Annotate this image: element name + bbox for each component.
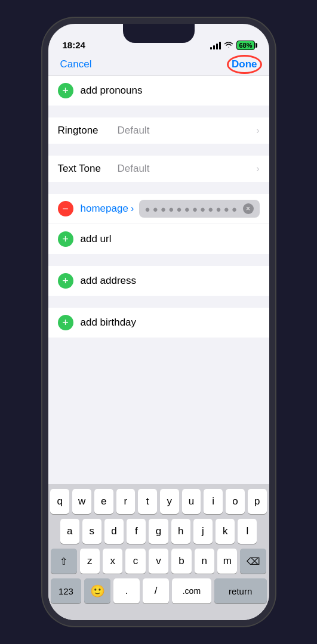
homepage-chevron-icon: › <box>131 203 134 215</box>
key-h[interactable]: h <box>171 519 190 544</box>
key-k[interactable]: k <box>216 519 235 544</box>
status-icons: 68% <box>210 41 254 50</box>
dotcom-key[interactable]: .com <box>172 578 211 603</box>
add-url-row[interactable]: + add url <box>48 224 269 254</box>
homepage-row[interactable]: − homepage › ● ● ● ● ● ● ● ● ● ● ● ● × <box>48 194 269 224</box>
key-s[interactable]: s <box>82 519 101 544</box>
content-area: + add pronouns Ringtone Default › Text T… <box>48 76 269 626</box>
url-value[interactable]: ● ● ● ● ● ● ● ● ● ● ● ● <box>145 204 239 214</box>
key-r[interactable]: r <box>116 489 136 514</box>
homepage-field-label[interactable]: homepage <box>81 203 128 215</box>
key-t[interactable]: t <box>138 489 157 514</box>
add-pronouns-plus-icon[interactable]: + <box>58 83 73 98</box>
done-button[interactable]: Done <box>232 58 257 70</box>
done-button-wrapper[interactable]: Done <box>232 58 257 70</box>
emoji-key[interactable]: 🙂 <box>84 578 110 603</box>
keyboard-row-2: a s d f g h j k l <box>51 519 267 544</box>
period-key[interactable]: . <box>113 578 140 603</box>
battery-icon: 68% <box>236 41 254 50</box>
gap-5 <box>48 296 269 308</box>
key-q[interactable]: q <box>50 489 69 514</box>
add-birthday-row[interactable]: + add birthday <box>48 308 269 338</box>
add-address-plus-icon[interactable]: + <box>58 273 73 289</box>
notch <box>123 24 195 43</box>
key-n[interactable]: n <box>195 549 214 574</box>
key-u[interactable]: u <box>182 489 201 514</box>
return-key[interactable]: return <box>214 578 267 603</box>
gap-1 <box>48 106 269 117</box>
text-tone-value: Default <box>118 163 257 175</box>
key-f[interactable]: f <box>127 519 146 544</box>
text-tone-chevron-icon: › <box>256 163 259 174</box>
add-address-row[interactable]: + add address <box>48 266 269 296</box>
key-i[interactable]: i <box>204 489 223 514</box>
key-e[interactable]: e <box>94 489 113 514</box>
nav-bar: Cancel Done <box>48 54 269 76</box>
gap-4 <box>48 254 269 266</box>
remove-homepage-icon[interactable]: − <box>58 201 73 216</box>
url-clear-icon[interactable]: × <box>243 203 254 214</box>
key-x[interactable]: x <box>103 549 122 574</box>
keyboard-row-3: ⇧ z x c v b n m ⌫ <box>51 549 267 574</box>
key-g[interactable]: g <box>149 519 168 544</box>
backspace-key[interactable]: ⌫ <box>240 549 266 574</box>
key-m[interactable]: m <box>217 549 237 574</box>
add-birthday-plus-icon[interactable]: + <box>58 315 73 330</box>
ringtone-chevron-icon: › <box>256 125 259 136</box>
ringtone-label: Ringtone <box>58 125 118 137</box>
keyboard-row-1: q w e r t y u i o p <box>51 489 267 514</box>
add-pronouns-label: add pronouns <box>81 85 143 97</box>
add-url-label: add url <box>81 233 112 245</box>
status-time: 18:24 <box>63 40 85 50</box>
add-birthday-label: add birthday <box>81 317 137 329</box>
key-z[interactable]: z <box>80 549 100 574</box>
address-section: + add address <box>48 266 269 296</box>
add-address-label: add address <box>81 275 137 287</box>
key-p[interactable]: p <box>248 489 267 514</box>
key-l[interactable]: l <box>238 519 257 544</box>
key-j[interactable]: j <box>193 519 213 544</box>
ringtone-row[interactable]: Ringtone Default › <box>48 117 269 144</box>
key-a[interactable]: a <box>60 519 79 544</box>
key-b[interactable]: b <box>171 549 191 574</box>
wifi-icon <box>224 41 233 50</box>
keyboard: q w e r t y u i o p a s d f g h j k <box>48 484 269 620</box>
text-tone-label: Text Tone <box>58 163 118 175</box>
signal-icon <box>210 42 221 49</box>
ringtone-section: Ringtone Default › <box>48 117 269 144</box>
birthday-section: + add birthday <box>48 308 269 338</box>
slash-key[interactable]: / <box>143 578 169 603</box>
add-pronouns-row[interactable]: + add pronouns <box>48 76 269 106</box>
text-tone-section: Text Tone Default › <box>48 156 269 182</box>
gap-2 <box>48 144 269 156</box>
num-key[interactable]: 123 <box>51 578 82 603</box>
pronouns-section: + add pronouns <box>48 76 269 106</box>
key-o[interactable]: o <box>226 489 245 514</box>
ringtone-value: Default <box>118 125 257 137</box>
shift-key[interactable]: ⇧ <box>51 549 77 574</box>
key-y[interactable]: y <box>160 489 179 514</box>
keyboard-bottom-row: 123 🙂 . / .com return <box>51 578 267 615</box>
key-c[interactable]: c <box>125 549 145 574</box>
cancel-button[interactable]: Cancel <box>60 58 92 70</box>
phone-frame: 18:24 68% Cancel Done <box>42 18 275 626</box>
key-w[interactable]: w <box>72 489 91 514</box>
key-v[interactable]: v <box>149 549 168 574</box>
url-input[interactable]: ● ● ● ● ● ● ● ● ● ● ● ● × <box>139 200 260 218</box>
text-tone-row[interactable]: Text Tone Default › <box>48 156 269 182</box>
url-section: − homepage › ● ● ● ● ● ● ● ● ● ● ● ● × +… <box>48 194 269 254</box>
key-d[interactable]: d <box>104 519 124 544</box>
gap-3 <box>48 182 269 194</box>
add-url-plus-icon[interactable]: + <box>58 231 73 247</box>
